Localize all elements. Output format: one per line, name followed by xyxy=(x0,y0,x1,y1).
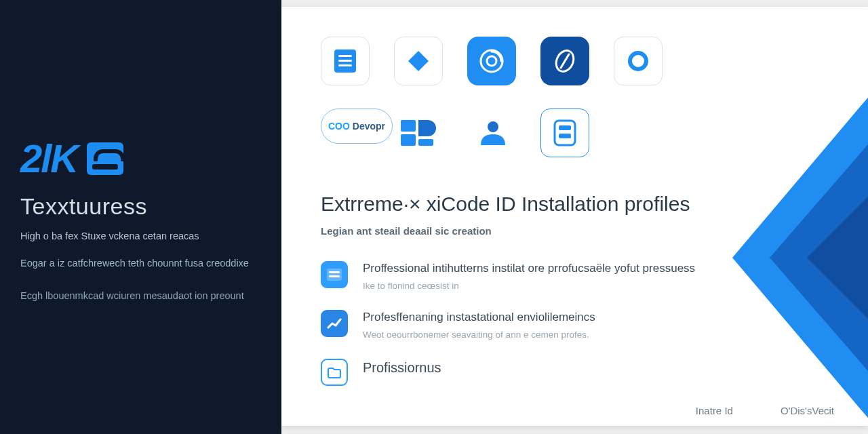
folder-open-icon xyxy=(321,359,348,386)
leaf-icon xyxy=(551,47,578,75)
svg-rect-15 xyxy=(418,139,433,146)
svg-rect-20 xyxy=(327,269,342,281)
svg-line-11 xyxy=(561,54,569,68)
svg-point-9 xyxy=(487,56,496,66)
feature-item-1: Proffessional intihutterns instilat ore … xyxy=(321,261,755,291)
windows-icon xyxy=(399,117,437,149)
svg-rect-21 xyxy=(329,271,340,273)
feature-text-1: Proffessional intihutterns instilat ore … xyxy=(363,261,695,291)
tile-diamond[interactable] xyxy=(394,37,443,85)
devopr-chip[interactable]: COO Devopr xyxy=(321,108,393,144)
ring-icon xyxy=(627,50,650,73)
tile-spiral[interactable] xyxy=(467,37,516,85)
feature-desc-1: Ike to flonind ceœsist in xyxy=(363,281,695,291)
svg-point-16 xyxy=(488,121,498,132)
feature-desc-2: Weot oeourrbonemer seavaiting of ann e c… xyxy=(363,330,595,340)
document-lines-icon xyxy=(331,47,359,75)
svg-rect-13 xyxy=(401,120,416,132)
svg-rect-19 xyxy=(559,134,571,138)
svg-rect-22 xyxy=(329,275,340,277)
card-icon xyxy=(321,261,348,288)
svg-rect-5 xyxy=(338,60,352,62)
svg-rect-4 xyxy=(338,55,352,57)
svg-rect-14 xyxy=(401,134,416,146)
svg-rect-18 xyxy=(559,125,571,130)
tile-windows[interactable] xyxy=(394,108,443,157)
tile-leaf[interactable] xyxy=(540,37,589,85)
chart-up-icon xyxy=(321,310,348,337)
footer-links: Inatre Id O'Dis'sVecit xyxy=(696,405,834,416)
tile-document[interactable] xyxy=(321,37,370,85)
svg-rect-17 xyxy=(555,121,575,145)
sidebar-title: Texxtuuress xyxy=(20,193,258,220)
app-root: 2lK Texxtuuress High o ba fex Stuxe vcke… xyxy=(0,0,868,434)
app-icon-grid: COO Devopr xyxy=(321,37,868,161)
brand-logo: 2lK xyxy=(20,139,258,178)
chip-left-text: COO xyxy=(328,121,350,132)
sidebar-caption-2: Eogar a iz catfchrewech teth chounnt fus… xyxy=(20,256,258,271)
feature-title-1: Proffessional intihutterns instilat ore … xyxy=(363,261,695,277)
person-icon xyxy=(475,118,508,148)
chip-right-text: Devopr xyxy=(353,121,385,132)
feature-list: Proffessional intihutterns instilat ore … xyxy=(321,261,755,386)
logo-text: 2lK xyxy=(20,139,77,178)
svg-point-12 xyxy=(630,53,646,69)
feature-item-3: Profissiornus xyxy=(321,359,755,386)
feature-title-3: Profissiornus xyxy=(363,359,441,377)
sidebar-caption-3: Ecgh lbouenmkcad wciuren mesaudaot ion p… xyxy=(20,289,258,304)
tile-list-panel[interactable] xyxy=(540,108,589,157)
spiral-icon xyxy=(477,46,507,76)
svg-point-8 xyxy=(481,50,502,72)
footer-link-left[interactable]: Inatre Id xyxy=(696,405,733,416)
svg-marker-1 xyxy=(770,129,868,387)
feature-item-2: Profesffenaning instastational enviolile… xyxy=(321,310,755,340)
sidebar-caption-1: High o ba fex Stuxe vckena cetan reacas xyxy=(20,229,258,244)
feature-text-2: Profesffenaning instastational enviolile… xyxy=(363,310,595,340)
page-headline: Extrreme·× xiCode ID Installation profil… xyxy=(321,193,868,216)
diamond-icon xyxy=(405,47,432,75)
page-subheadline: Legian ant steail deaail sic creation xyxy=(321,225,868,237)
grid-spacer xyxy=(614,108,687,161)
feature-text-3: Profissiornus xyxy=(363,359,441,377)
tile-person[interactable] xyxy=(467,108,516,157)
feature-title-2: Profesffenaning instastational enviolile… xyxy=(363,310,595,326)
main-panel: COO Devopr xyxy=(281,7,868,426)
svg-rect-6 xyxy=(338,64,352,66)
sidebar: 2lK Texxtuuress High o ba fex Stuxe vcke… xyxy=(0,0,281,434)
tile-ring[interactable] xyxy=(614,37,663,85)
svg-marker-7 xyxy=(408,51,429,71)
list-panel-icon xyxy=(552,119,578,147)
logo-mark-icon xyxy=(87,142,123,175)
footer-link-right[interactable]: O'Dis'sVecit xyxy=(781,405,834,416)
